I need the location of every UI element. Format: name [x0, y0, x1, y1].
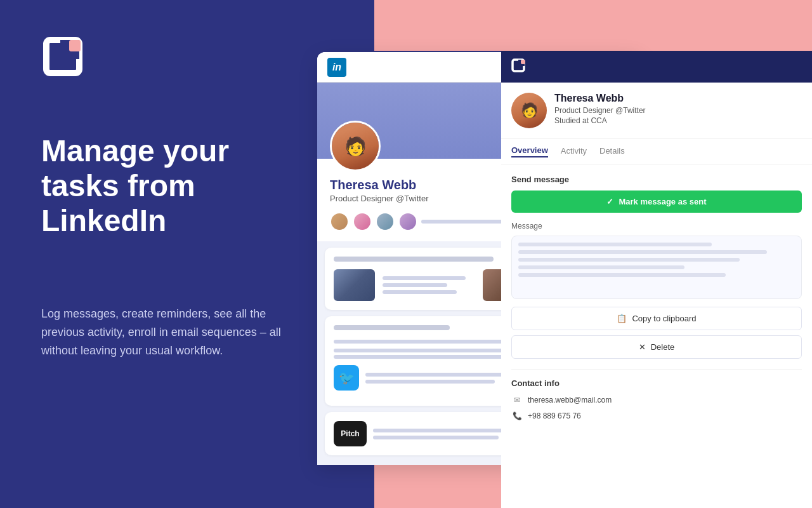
text-line [373, 436, 499, 439]
profile-avatar: 🧑 [330, 121, 381, 171]
email-icon: ✉ [511, 394, 523, 406]
delete-icon: ✕ [639, 342, 646, 352]
message-line [518, 258, 740, 262]
copy-label: Copy to clipboard [632, 314, 696, 323]
tab-activity[interactable]: Activity [561, 146, 587, 157]
contact-info-section: Contact info ✉ theresa.webb@mail.com 📞 +… [511, 369, 802, 422]
pitch-icon: Pitch [334, 421, 367, 446]
left-section: Manage your tasks from LinkedIn Log mess… [0, 0, 501, 508]
contact-info-title: Contact info [511, 378, 802, 388]
card-thumbnail-1 [334, 269, 375, 301]
contact-phone-item: 📞 +98 889 675 76 [511, 410, 802, 422]
twitter-icon: 🐦 [334, 365, 359, 391]
crm-profile-section: 🧑 Theresa Webb Product Designer @Twitter… [501, 83, 812, 139]
connection-avatar-4 [398, 212, 417, 231]
text-line [365, 380, 495, 384]
crm-tabs: Overview Activity Details [501, 139, 812, 164]
crm-profile-info: Theresa Webb Product Designer @Twitter S… [554, 93, 802, 126]
brand-logo [41, 35, 92, 86]
svg-rect-2 [69, 40, 81, 51]
delete-label: Delete [651, 342, 675, 352]
avatar-image: 🧑 [332, 123, 379, 170]
tab-details[interactable]: Details [599, 146, 625, 157]
svg-rect-5 [521, 60, 525, 64]
copy-to-clipboard-button[interactable]: 📋 Copy to clipboard [511, 307, 802, 330]
linkedin-icon: in [327, 58, 346, 77]
tab-overview[interactable]: Overview [511, 145, 548, 157]
crm-contact-name: Theresa Webb [554, 93, 802, 104]
message-line [518, 273, 726, 277]
crm-body: Send message ✓ Mark message as sent Mess… [501, 164, 812, 436]
message-line [518, 243, 712, 246]
crm-topbar [501, 52, 812, 83]
crm-logo-icon [511, 58, 529, 76]
connection-avatar-3 [376, 212, 395, 231]
send-button-label: Mark message as sent [619, 197, 706, 206]
connection-avatar-2 [353, 212, 372, 231]
delete-button[interactable]: ✕ Delete [511, 335, 802, 359]
hero-headline: Manage your tasks from LinkedIn [41, 133, 229, 239]
mark-message-sent-button[interactable]: ✓ Mark message as sent [511, 190, 802, 213]
contact-email: theresa.webb@mail.com [528, 396, 612, 404]
text-line [383, 283, 447, 287]
card-top-line [334, 257, 494, 262]
crm-contact-subtitle2: Studied at CCA [554, 116, 802, 125]
check-icon: ✓ [606, 197, 613, 206]
clipboard-icon: 📋 [617, 314, 627, 323]
crm-action-buttons: 📋 Copy to clipboard ✕ Delete [511, 307, 802, 359]
crm-contact-subtitle1: Product Designer @Twitter [554, 106, 802, 115]
right-panel: 🧑 Theresa Webb Product Designer @Twitter… [501, 0, 812, 508]
contact-email-item: ✉ theresa.webb@mail.com [511, 394, 802, 406]
hero-subheadline: Log messages, create reminders, see all … [41, 305, 289, 359]
message-box[interactable] [511, 236, 802, 299]
message-label: Message [511, 222, 802, 231]
card-text-1 [383, 269, 475, 301]
send-message-title: Send message [511, 175, 802, 184]
message-line [518, 250, 767, 254]
message-line [518, 265, 684, 269]
card-top-line-social [334, 325, 450, 330]
crm-avatar: 🧑 [511, 93, 547, 128]
phone-icon: 📞 [511, 410, 523, 422]
text-line [383, 290, 457, 294]
crm-panel: 🧑 Theresa Webb Product Designer @Twitter… [501, 52, 812, 508]
connection-avatar-1 [330, 212, 349, 231]
contact-phone: +98 889 675 76 [528, 411, 581, 420]
text-line [383, 276, 466, 280]
